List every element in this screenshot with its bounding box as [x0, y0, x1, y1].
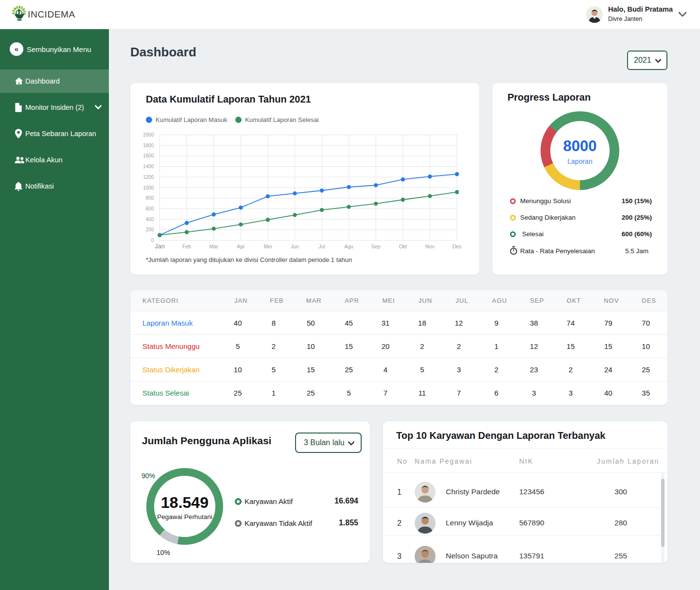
svg-text:2000: 2000 [143, 132, 154, 138]
svg-text:Jul: Jul [318, 243, 325, 249]
svg-text:Jan: Jan [155, 243, 165, 250]
svg-text:Okt: Okt [399, 243, 407, 249]
svg-text:1000: 1000 [143, 185, 154, 191]
svg-text:200: 200 [146, 227, 154, 232]
svg-text:Apr: Apr [237, 243, 245, 249]
svg-text:1400: 1400 [143, 164, 154, 169]
svg-text:Sep: Sep [371, 243, 381, 249]
svg-text:600: 600 [146, 206, 154, 211]
svg-text:Nov: Nov [425, 243, 435, 249]
svg-text:1200: 1200 [143, 174, 154, 180]
svg-text:Mar: Mar [210, 243, 219, 249]
svg-text:Agu: Agu [344, 243, 353, 249]
svg-text:0: 0 [151, 238, 154, 243]
svg-text:Mei: Mei [263, 243, 272, 249]
svg-text:800: 800 [146, 195, 154, 201]
svg-text:400: 400 [146, 217, 154, 222]
svg-text:Jun: Jun [291, 243, 299, 249]
svg-text:1800: 1800 [143, 143, 154, 148]
svg-text:1600: 1600 [143, 153, 154, 158]
svg-text:Feb: Feb [182, 243, 191, 249]
svg-text:Des: Des [453, 243, 462, 249]
